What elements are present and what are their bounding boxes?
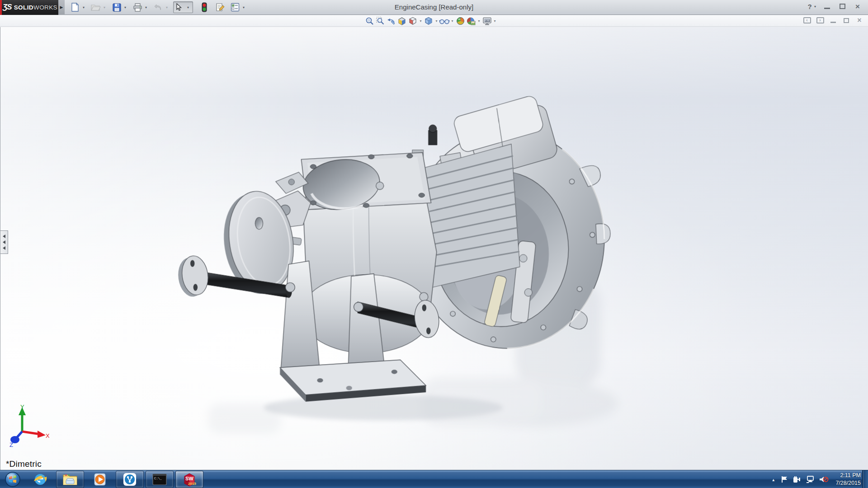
help-dropdown-caret[interactable]: ▾ [813, 2, 817, 11]
close-icon: × [855, 3, 860, 10]
taskbar-item-internet-explorer[interactable] [26, 471, 54, 488]
zoom-to-fit-icon [365, 17, 374, 25]
save-button[interactable] [111, 1, 123, 13]
tray-clock[interactable]: 2:11 PM 7/28/2015 [835, 472, 861, 487]
doc-minimize-button[interactable] [828, 16, 838, 24]
open-folder-icon [91, 3, 101, 11]
internet-explorer-icon [33, 472, 47, 487]
title-bar: ƷS SOLIDWORKS ▶ ▾ [0, 0, 868, 15]
display-style-caret[interactable]: ▾ [434, 19, 439, 23]
heads-up-bar: ▾ ▾ ▾ [0, 15, 868, 27]
dassault-3ds-mark: ƷS [3, 3, 12, 12]
graphics-viewport[interactable]: Y X Z *Dimetric [0, 27, 868, 470]
heads-up-view-toolbar: ▾ ▾ ▾ [364, 16, 497, 26]
new-document-button[interactable] [69, 1, 81, 13]
volume-muted-icon[interactable] [819, 475, 829, 483]
display-style-button[interactable] [423, 16, 434, 26]
view-orientation-icon [408, 17, 417, 25]
section-view-button[interactable] [396, 16, 407, 26]
edit-appearance-button[interactable] [455, 16, 466, 26]
triad-y-label: Y [20, 404, 24, 410]
doc-minimize-icon [830, 21, 836, 23]
triad-x-label: X [46, 432, 49, 439]
doc-close-button[interactable]: × [854, 16, 864, 24]
start-button[interactable] [0, 470, 25, 488]
show-hidden-icons-button[interactable]: ▴ [770, 477, 776, 482]
system-tray: ▴ 2:11 PM [770, 470, 861, 488]
file-properties-icon [215, 3, 225, 12]
view-settings-caret[interactable]: ▾ [492, 19, 497, 23]
select-cursor-icon [175, 3, 182, 11]
main-toolbar: ▾ ▾ [69, 0, 250, 15]
options-button[interactable] [229, 1, 241, 13]
network-icon[interactable] [806, 475, 815, 483]
logo-text-works: WORKS [33, 4, 57, 11]
taskbar-item-windows-explorer[interactable] [56, 471, 84, 488]
apply-scene-caret[interactable]: ▾ [476, 19, 481, 23]
command-prompt-icon: C:\_ [152, 473, 167, 486]
rebuild-traffic-light-icon [202, 2, 207, 12]
view-orientation-caret[interactable]: ▾ [418, 19, 423, 23]
previous-view-button[interactable] [386, 16, 396, 26]
undo-button[interactable] [152, 1, 164, 13]
file-properties-button[interactable] [214, 1, 226, 13]
open-dropdown-caret[interactable]: ▾ [102, 5, 107, 9]
document-window-controls: ‹ › × [802, 16, 864, 24]
action-center-flag-icon[interactable] [780, 475, 788, 483]
cmd-prompt-text: C:\_ [154, 477, 162, 480]
display-style-icon [424, 17, 433, 25]
doc-next-icon: › [816, 17, 824, 23]
view-settings-button[interactable] [481, 16, 492, 26]
doc-restore-button[interactable] [841, 16, 851, 24]
zoom-to-area-button[interactable] [375, 16, 386, 26]
apply-scene-icon [467, 17, 476, 25]
expand-arrow-icon: ▶ [60, 5, 63, 9]
minimize-button[interactable] [821, 2, 833, 11]
view-orientation-label: *Dimetric [6, 459, 42, 469]
logo-text-solid: SOLID [14, 4, 33, 11]
undo-dropdown-caret[interactable]: ▾ [164, 5, 170, 9]
view-settings-monitor-icon [482, 17, 492, 25]
view-orientation-button[interactable] [407, 16, 418, 26]
taskbar-item-media-player[interactable] [86, 471, 114, 488]
solidworks-taskbar-icon: SW 2015 [182, 472, 197, 487]
zoom-to-fit-button[interactable] [364, 16, 375, 26]
print-button[interactable] [132, 1, 143, 13]
open-document-button[interactable] [90, 1, 102, 13]
save-floppy-icon [113, 3, 121, 12]
section-view-icon [397, 17, 406, 25]
taskbar-item-blue-network-app[interactable] [116, 471, 144, 488]
taskbar-item-command-prompt[interactable]: C:\_ [146, 471, 174, 488]
menu-expand-button[interactable]: ▶ [58, 0, 65, 15]
select-dropdown-caret[interactable]: ▾ [185, 5, 191, 9]
doc-previous-icon: ‹ [803, 17, 811, 23]
restore-button[interactable] [836, 2, 848, 11]
apply-scene-button[interactable] [466, 16, 476, 26]
rebuild-button[interactable] [198, 1, 210, 13]
taskbar-item-solidworks[interactable]: SW 2015 [175, 471, 203, 488]
select-tool-button[interactable]: ▾ [173, 1, 193, 13]
sw-year: 2015 [188, 482, 196, 486]
hide-show-items-button[interactable] [439, 16, 450, 26]
previous-view-icon [387, 17, 396, 25]
show-desktop-button[interactable] [862, 470, 868, 488]
doc-restore-icon [844, 18, 849, 23]
feature-tree-collapsed-tab[interactable] [0, 230, 8, 254]
appearance-sphere-icon [456, 17, 465, 25]
close-button[interactable]: × [852, 2, 863, 11]
save-dropdown-caret[interactable]: ▾ [123, 5, 128, 9]
power-plug-icon[interactable] [793, 475, 802, 483]
doc-previous-button[interactable]: ‹ [802, 16, 812, 24]
new-document-icon [71, 3, 79, 12]
media-player-icon [93, 472, 107, 487]
new-dropdown-caret[interactable]: ▾ [81, 5, 86, 9]
zoom-to-area-icon [376, 17, 385, 25]
options-dropdown-caret[interactable]: ▾ [241, 5, 246, 9]
hide-show-items-caret[interactable]: ▾ [450, 19, 455, 23]
tray-date: 7/28/2015 [835, 479, 861, 487]
print-dropdown-caret[interactable]: ▾ [143, 5, 149, 9]
windows-taskbar: C:\_ SW 2015 ▴ [0, 470, 868, 488]
doc-next-button[interactable]: › [815, 16, 825, 24]
folder-icon [62, 473, 78, 486]
triad-z-label: Z [9, 441, 13, 448]
